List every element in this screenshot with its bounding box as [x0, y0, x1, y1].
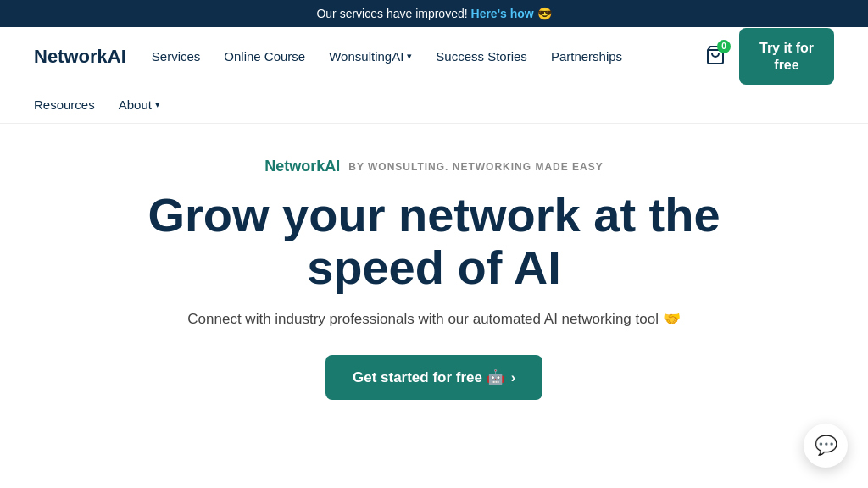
- nav-wonsulting[interactable]: WonsultingAI ▾: [329, 49, 412, 64]
- nav-online-course[interactable]: Online Course: [224, 49, 305, 64]
- chat-bubble-button[interactable]: 💬: [804, 424, 848, 468]
- nav-services[interactable]: Services: [152, 49, 201, 64]
- nav-right: 0 Try it for free: [705, 28, 834, 84]
- nav-main: Services Online Course WonsultingAI ▾ Su…: [152, 49, 705, 64]
- top-banner: Our services have improved! Here's how 😎: [0, 0, 868, 27]
- banner-emoji: 😎: [537, 7, 552, 20]
- logo[interactable]: NetworkAI: [34, 46, 126, 68]
- arrow-icon: ›: [511, 370, 515, 385]
- hero-tagline: BY WONSULTING. NETWORKING MADE EASY: [348, 161, 604, 173]
- cart-badge: 0: [717, 40, 731, 53]
- navbar: NetworkAI Services Online Course Wonsult…: [0, 27, 868, 86]
- get-started-button[interactable]: Get started for free 🤖 ›: [326, 355, 542, 400]
- subnav-resources[interactable]: Resources: [34, 97, 95, 112]
- hero-title: Grow your network at the speed of AI: [103, 189, 765, 293]
- hero-subtitle: Connect with industry professionals with…: [187, 310, 680, 328]
- cart-button[interactable]: 0: [705, 45, 726, 69]
- nav-partnerships[interactable]: Partnerships: [551, 49, 622, 64]
- hero-section: NetworkAI BY WONSULTING. NETWORKING MADE…: [0, 124, 868, 425]
- about-chevron-icon: ▾: [155, 99, 160, 110]
- hero-logo: NetworkAI: [264, 158, 340, 175]
- chevron-down-icon: ▾: [407, 51, 412, 62]
- try-it-free-button[interactable]: Try it for free: [739, 28, 834, 84]
- subnav-about[interactable]: About ▾: [119, 97, 160, 112]
- banner-link[interactable]: Here's how: [471, 7, 534, 20]
- banner-text: Our services have improved!: [316, 7, 467, 20]
- subnav: Resources About ▾: [0, 86, 868, 124]
- chat-icon: 💬: [815, 435, 837, 457]
- nav-success-stories[interactable]: Success Stories: [436, 49, 527, 64]
- hero-brand: NetworkAI BY WONSULTING. NETWORKING MADE…: [264, 158, 604, 175]
